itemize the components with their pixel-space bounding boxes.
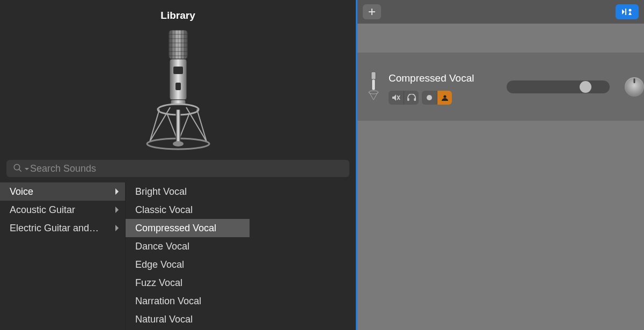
svg-rect-33 <box>372 79 375 90</box>
svg-point-42 <box>443 95 446 98</box>
preset-item[interactable]: Natural Vocal <box>126 310 250 328</box>
library-panel: Library <box>0 0 356 330</box>
track-name: Compressed Vocal <box>389 72 480 84</box>
svg-line-27 <box>19 169 21 172</box>
volume-fill <box>507 80 584 93</box>
svg-rect-13 <box>173 67 183 74</box>
preset-item[interactable]: Classic Vocal <box>126 201 250 219</box>
svg-rect-39 <box>407 98 409 101</box>
preset-label: Compressed Vocal <box>135 223 216 234</box>
catch-playhead-button[interactable] <box>616 4 639 19</box>
track-controls: Compressed Vocal <box>389 69 480 105</box>
svg-point-25 <box>173 141 184 146</box>
catch-playhead-icon <box>620 8 634 16</box>
microphone-icon <box>367 71 380 103</box>
search-input[interactable] <box>6 160 349 177</box>
category-label: Voice <box>10 186 33 197</box>
svg-rect-40 <box>414 98 416 101</box>
svg-rect-32 <box>371 72 376 79</box>
svg-point-36 <box>369 91 378 94</box>
track-instrument-thumb <box>364 71 383 103</box>
preset-item[interactable]: Narration Vocal <box>126 292 250 310</box>
search-icon <box>13 163 23 173</box>
microphone-icon <box>143 29 213 153</box>
svg-rect-14 <box>175 83 181 90</box>
chevron-down-icon <box>24 166 30 172</box>
tracks-header-gap <box>357 24 644 53</box>
category-column: Voice Acoustic Guitar Electric Guitar an… <box>0 182 125 330</box>
preset-column: Bright Vocal Classic Vocal Compressed Vo… <box>125 182 250 330</box>
preset-label: Natural Vocal <box>135 314 193 325</box>
preset-item[interactable]: Edge Vocal <box>126 255 250 274</box>
plus-icon <box>368 8 376 16</box>
headphones-icon <box>407 94 416 101</box>
search-field-wrap <box>6 160 349 177</box>
mute-button[interactable] <box>389 91 404 105</box>
preset-label: Bright Vocal <box>135 186 187 197</box>
svg-point-26 <box>14 164 20 170</box>
svg-rect-30 <box>625 9 626 15</box>
preset-label: Fuzz Vocal <box>135 277 182 289</box>
pan-knob[interactable] <box>625 77 644 97</box>
preset-label: Narration Vocal <box>135 296 201 307</box>
svg-line-17 <box>150 109 159 142</box>
add-track-button[interactable] <box>363 4 381 19</box>
tracks-toolbar <box>357 0 644 24</box>
preset-item[interactable]: Fuzz Vocal <box>126 274 250 292</box>
pan-knob-indicator <box>634 78 635 83</box>
svg-rect-24 <box>176 109 180 143</box>
preset-label: Edge Vocal <box>135 259 184 270</box>
preset-item[interactable]: Bright Vocal <box>126 182 250 201</box>
track-row[interactable]: Compressed Vocal <box>357 53 644 121</box>
volume-slider[interactable] <box>507 80 610 93</box>
pan-knob-ring <box>625 77 644 97</box>
library-instrument-image <box>0 21 356 158</box>
preset-item[interactable]: Dance Vocal <box>126 237 250 255</box>
svg-line-18 <box>197 109 207 142</box>
category-label: Acoustic Guitar <box>10 204 75 216</box>
record-enable-button[interactable] <box>422 91 437 105</box>
svg-rect-12 <box>170 59 187 100</box>
tracks-panel: Compressed Vocal <box>356 0 644 330</box>
record-dot-icon <box>426 94 433 101</box>
input-monitor-button[interactable] <box>437 91 452 105</box>
library-browser: Voice Acoustic Guitar Electric Guitar an… <box>0 182 356 330</box>
chevron-right-icon <box>114 224 120 232</box>
library-title: Library <box>0 0 356 21</box>
volume-thumb[interactable] <box>580 81 591 93</box>
preset-label: Dance Vocal <box>135 241 189 252</box>
category-item-acoustic-guitar[interactable]: Acoustic Guitar <box>0 201 125 219</box>
input-monitor-icon <box>441 94 449 101</box>
mute-icon <box>392 94 400 101</box>
category-item-electric-guitar[interactable]: Electric Guitar and… <box>0 219 125 237</box>
chevron-right-icon <box>114 206 120 214</box>
preset-item[interactable]: Compressed Vocal <box>126 219 250 237</box>
solo-button[interactable] <box>404 91 419 105</box>
category-item-voice[interactable]: Voice <box>0 182 125 201</box>
chevron-right-icon <box>114 188 120 195</box>
track-button-row <box>389 91 480 105</box>
category-label: Electric Guitar and… <box>10 223 99 234</box>
svg-point-31 <box>628 9 631 12</box>
svg-point-41 <box>427 95 432 100</box>
preset-label: Classic Vocal <box>135 204 193 216</box>
